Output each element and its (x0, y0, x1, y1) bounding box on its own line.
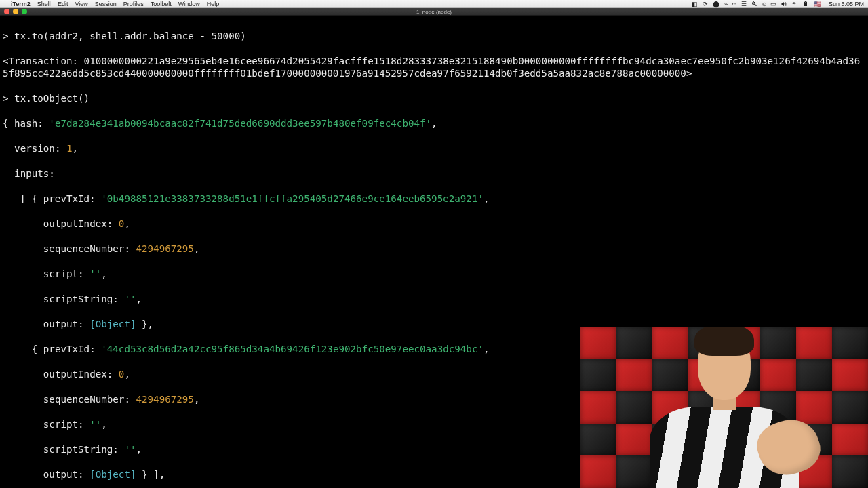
terminal-line: scriptString: '', (3, 293, 865, 306)
battery-icon[interactable]: 🔋︎ (803, 1, 809, 7)
menubar-left: iTerm2 Shell Edit View Session Profiles … (4, 1, 219, 7)
terminal-line: > tx.toObject() (3, 92, 865, 105)
flag-icon[interactable]: 🇺🇸 (814, 1, 821, 7)
terminal-line: { hash: 'e7da284e341ab0094bcaac82f741d75… (3, 117, 865, 130)
terminal-line: script: '', (3, 268, 865, 281)
menubar-right: ◧ ⟳ ⬤ ⌁ ∞ ☰ 🔍︎ ⎋ ▭ 🔊︎ ᯤ 🔋︎ 🇺🇸 Sun 5:05 P… (692, 1, 864, 7)
macos-menubar: iTerm2 Shell Edit View Session Profiles … (0, 0, 868, 8)
menu-help[interactable]: Help (207, 1, 220, 7)
status-icon[interactable]: ⟳ (703, 1, 708, 7)
window-titlebar[interactable]: 1. node (node) (0, 8, 868, 16)
display-icon[interactable]: ▭ (770, 1, 776, 7)
menu-view[interactable]: View (75, 1, 87, 7)
terminal-line: inputs: (3, 167, 865, 180)
menubar-app[interactable]: iTerm2 (11, 1, 31, 7)
status-icon[interactable]: ∞ (732, 1, 736, 7)
presenter (636, 352, 812, 488)
volume-icon[interactable]: 🔊︎ (781, 1, 787, 7)
terminal-line: outputIndex: 0, (3, 218, 865, 230)
menu-edit[interactable]: Edit (58, 1, 68, 7)
menubar-clock[interactable]: Sun 5:05 PM (829, 1, 864, 7)
status-icon[interactable]: ◧ (692, 1, 698, 7)
menu-window[interactable]: Window (178, 1, 200, 7)
menu-toolbelt[interactable]: Toolbelt (151, 1, 172, 7)
terminal-line: version: 1, (3, 142, 865, 155)
terminal-line: sequenceNumber: 4294967295, (3, 243, 865, 256)
menu-session[interactable]: Session (95, 1, 117, 7)
status-icon[interactable]: ⎋ (762, 1, 766, 7)
terminal-line: <Transaction: 0100000000221a9e29565eb4e1… (3, 55, 865, 80)
menu-profiles[interactable]: Profiles (123, 1, 144, 7)
terminal-line: [ { prevTxId: '0b49885121e3383733288d51e… (3, 192, 865, 205)
search-icon[interactable]: 🔍︎ (751, 1, 757, 7)
status-icon[interactable]: ☰ (741, 1, 747, 7)
status-icon[interactable]: ⬤ (713, 1, 719, 7)
status-icon[interactable]: ⌁ (724, 1, 728, 7)
webcam-overlay (580, 327, 868, 488)
terminal-line: > tx.to(addr2, shell.addr.balance - 5000… (3, 30, 865, 43)
window-title: 1. node (node) (0, 9, 868, 15)
wifi-icon[interactable]: ᯤ (792, 1, 798, 7)
menu-shell[interactable]: Shell (37, 1, 51, 7)
